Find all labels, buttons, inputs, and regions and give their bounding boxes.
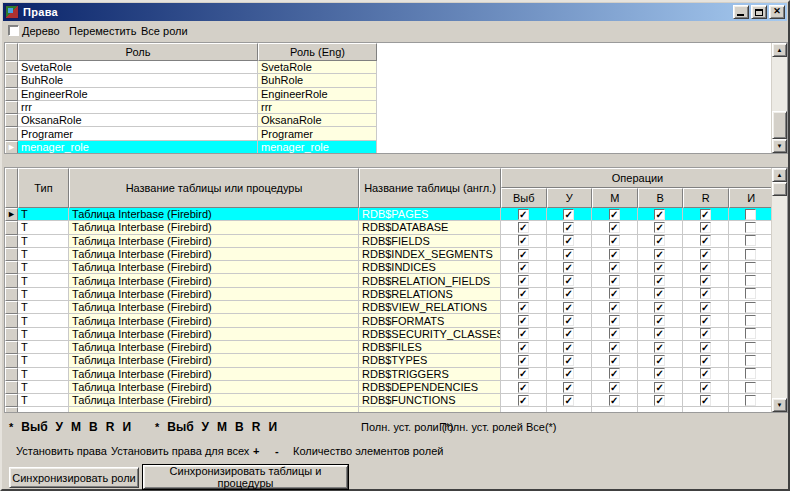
checked-checkbox-icon[interactable]: ✓ — [654, 262, 665, 273]
op-letter-М[interactable]: М — [217, 420, 227, 434]
op-cell-Выб[interactable]: ✓ — [501, 221, 547, 234]
checked-checkbox-icon[interactable]: ✓ — [700, 302, 711, 313]
row-selector[interactable] — [5, 368, 18, 381]
checked-checkbox-icon[interactable]: ✓ — [609, 275, 620, 286]
name-cell[interactable]: Таблица Interbase (Firebird) — [69, 368, 359, 381]
op-cell-М[interactable]: ✓ — [592, 274, 638, 287]
checked-checkbox-icon[interactable]: ✓ — [700, 368, 711, 379]
name-eng-cell[interactable]: RDB$FILES — [359, 341, 501, 354]
type-cell[interactable]: T — [18, 354, 69, 367]
name-eng-cell[interactable]: RDB$SECURITY_CLASSES — [359, 328, 501, 341]
name-cell[interactable]: Таблица Interbase (Firebird) — [69, 221, 359, 234]
name-cell[interactable]: Таблица Interbase (Firebird) — [69, 354, 359, 367]
role-cell[interactable]: EngineerRole — [18, 88, 258, 101]
op-cell-И[interactable] — [729, 235, 775, 248]
op-cell-R[interactable]: ✓ — [683, 235, 729, 248]
checked-checkbox-icon[interactable]: ✓ — [700, 342, 711, 353]
sync-roles-button[interactable]: Синхронизировать роли — [9, 467, 139, 488]
op-cell-Выб[interactable]: ✓ — [501, 341, 547, 354]
op-cell-У[interactable]: ✓ — [547, 274, 593, 287]
sync-tables-button[interactable]: Синхронизировать таблицы и процедуры — [143, 465, 348, 489]
op-cell-R[interactable]: ✓ — [683, 221, 729, 234]
op-cell-М[interactable]: ✓ — [592, 354, 638, 367]
op-letter-М[interactable]: М — [71, 420, 81, 434]
op-cell-И[interactable] — [729, 368, 775, 381]
unchecked-checkbox-icon[interactable] — [745, 249, 756, 260]
checked-checkbox-icon[interactable]: ✓ — [654, 328, 665, 339]
role-eng-cell[interactable]: rrr — [258, 101, 377, 114]
plus-button[interactable]: + — [253, 445, 259, 457]
row-selector[interactable] — [5, 341, 18, 354]
role-cell[interactable]: OksanaRole — [18, 114, 258, 127]
type-cell[interactable]: T — [18, 314, 69, 327]
checked-checkbox-icon[interactable]: ✓ — [654, 355, 665, 366]
checked-checkbox-icon[interactable]: ✓ — [609, 395, 620, 406]
tables-grid-scrollbar[interactable]: ▲ ▼ — [771, 168, 787, 412]
table-row[interactable]: TТаблица Interbase (Firebird)RDB$FORMATS… — [5, 314, 787, 327]
checked-checkbox-icon[interactable]: ✓ — [609, 328, 620, 339]
checked-checkbox-icon[interactable]: ✓ — [654, 235, 665, 246]
checked-checkbox-icon[interactable]: ✓ — [654, 382, 665, 393]
checked-checkbox-icon[interactable]: ✓ — [609, 249, 620, 260]
role-cell[interactable]: BuhRole — [18, 74, 258, 87]
checked-checkbox-icon[interactable]: ✓ — [700, 209, 711, 220]
row-selector[interactable]: ► — [5, 141, 18, 154]
op-cell-У[interactable]: ✓ — [547, 328, 593, 341]
table-row[interactable]: ►TТаблица Interbase (Firebird)RDB$PAGES✓… — [5, 208, 787, 221]
set-rights-label[interactable]: Установить права — [16, 445, 107, 457]
type-cell[interactable]: T — [18, 301, 69, 314]
op-letter-В[interactable]: В — [89, 420, 98, 434]
row-selector[interactable] — [5, 381, 18, 394]
row-selector[interactable] — [5, 328, 18, 341]
full-set-roles-all-label[interactable]: Полн. уст. ролей Все(*) — [439, 421, 557, 433]
op-cell-У[interactable]: ✓ — [547, 235, 593, 248]
unchecked-checkbox-icon[interactable] — [745, 262, 756, 273]
role-eng-cell[interactable]: BuhRole — [258, 74, 377, 87]
op-cell-Выб[interactable]: ✓ — [501, 261, 547, 274]
checked-checkbox-icon[interactable]: ✓ — [609, 262, 620, 273]
op-cell-М[interactable]: ✓ — [592, 381, 638, 394]
role-row[interactable]: SvetaRoleSvetaRole — [5, 61, 787, 74]
op-cell-R[interactable]: ✓ — [683, 314, 729, 327]
unchecked-checkbox-icon[interactable] — [745, 209, 756, 220]
table-row[interactable]: TТаблица Interbase (Firebird)RDB$INDICES… — [5, 261, 787, 274]
name-cell[interactable]: Таблица Interbase (Firebird) — [69, 235, 359, 248]
checked-checkbox-icon[interactable]: ✓ — [609, 288, 620, 299]
checked-checkbox-icon[interactable]: ✓ — [654, 368, 665, 379]
unchecked-checkbox-icon[interactable] — [745, 275, 756, 286]
unchecked-checkbox-icon[interactable] — [745, 328, 756, 339]
type-cell[interactable]: T — [18, 274, 69, 287]
op-cell-У[interactable]: ✓ — [547, 381, 593, 394]
op-cell-М[interactable]: ✓ — [592, 301, 638, 314]
op-cell-М[interactable]: ✓ — [592, 235, 638, 248]
checked-checkbox-icon[interactable]: ✓ — [518, 262, 529, 273]
op-cell-М[interactable]: ✓ — [592, 341, 638, 354]
row-selector[interactable] — [5, 261, 18, 274]
op-cell-У[interactable]: ✓ — [547, 288, 593, 301]
checked-checkbox-icon[interactable]: ✓ — [518, 328, 529, 339]
role-row[interactable]: rrrrrr — [5, 101, 787, 114]
table-row[interactable]: TТаблица Interbase (Firebird)RDB$DATABAS… — [5, 221, 787, 234]
name-cell[interactable]: Таблица Interbase (Firebird) — [69, 314, 359, 327]
table-row[interactable]: TТаблица Interbase (Firebird)RDB$TRIGGER… — [5, 368, 787, 381]
checked-checkbox-icon[interactable]: ✓ — [700, 328, 711, 339]
op-cell-У[interactable]: ✓ — [547, 261, 593, 274]
type-cell[interactable]: T — [18, 394, 69, 407]
checked-checkbox-icon[interactable]: ✓ — [518, 382, 529, 393]
op-letter-У[interactable]: У — [56, 420, 63, 434]
checked-checkbox-icon[interactable]: ✓ — [518, 209, 529, 220]
checked-checkbox-icon[interactable]: ✓ — [518, 288, 529, 299]
name-cell[interactable]: Таблица Interbase (Firebird) — [69, 328, 359, 341]
op-cell-М[interactable]: ✓ — [592, 394, 638, 407]
type-cell[interactable]: T — [18, 261, 69, 274]
unchecked-checkbox-icon[interactable] — [745, 382, 756, 393]
name-eng-cell[interactable]: RDB$INDICES — [359, 261, 501, 274]
roles-grid-scrollbar[interactable]: ▲ ▼ — [771, 43, 787, 153]
op-cell-В[interactable]: ✓ — [638, 288, 684, 301]
unchecked-checkbox-icon[interactable] — [745, 222, 756, 233]
table-row[interactable]: TТаблица Interbase (Firebird)RDB$INDEX_S… — [5, 248, 787, 261]
op-cell-У[interactable]: ✓ — [547, 221, 593, 234]
op-cell-В[interactable]: ✓ — [638, 368, 684, 381]
op-letter-R[interactable]: R — [252, 420, 261, 434]
op-cell-Выб[interactable]: ✓ — [501, 354, 547, 367]
